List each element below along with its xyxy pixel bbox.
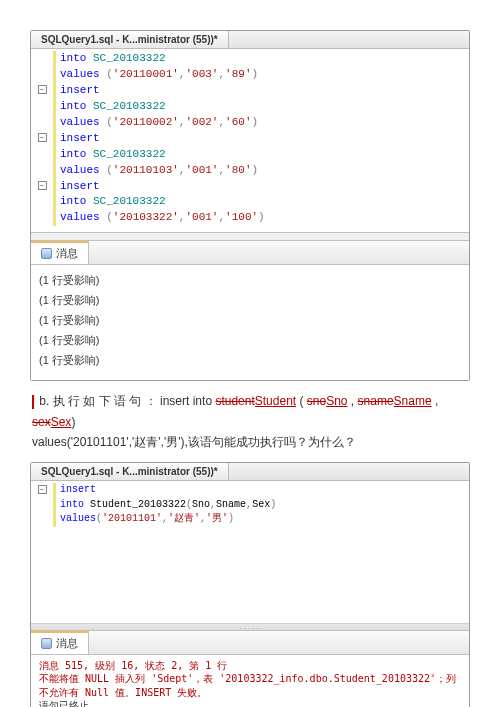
code-line: values ('20110103','001','80') xyxy=(31,163,469,179)
gutter: − xyxy=(31,484,53,497)
fold-minus-icon[interactable]: − xyxy=(38,485,47,494)
messages-pane: (1 行受影响)(1 行受影响)(1 行受影响)(1 行受影响)(1 行受影响) xyxy=(31,265,469,380)
code-editor[interactable]: into SC_20103322values ('20110001','003'… xyxy=(31,49,469,232)
code-line: values ('20110001','003','89') xyxy=(31,67,469,83)
code-line: into SC_20103322 xyxy=(31,51,469,67)
code-text: insert xyxy=(53,179,100,195)
tab-bar: SQLQuery1.sql - K...ministrator (55))* xyxy=(31,463,469,481)
qb-prefix: b. 执 行 如 下 语 句 ： insert into xyxy=(39,394,215,408)
messages-tab[interactable]: 消息 xyxy=(31,241,89,264)
gutter: − xyxy=(31,84,53,97)
code-line: −insert xyxy=(31,179,469,195)
splitter[interactable] xyxy=(31,232,469,240)
results-tab-bar: 消息 xyxy=(31,240,469,265)
strike-student: student xyxy=(215,394,254,408)
message-line: (1 行受影响) xyxy=(39,351,461,371)
messages-icon xyxy=(41,638,52,649)
fold-minus-icon[interactable]: − xyxy=(38,181,47,190)
editor-tab[interactable]: SQLQuery1.sql - K...ministrator (55))* xyxy=(31,31,229,48)
code-text: insert xyxy=(53,83,100,99)
messages-label: 消息 xyxy=(56,246,78,261)
code-text: values('20101101','赵青','男') xyxy=(53,512,234,527)
message-line: (1 行受影响) xyxy=(39,291,461,311)
splitter-grip[interactable]: ····· xyxy=(31,623,469,630)
edit-caret-icon xyxy=(32,395,34,409)
code-text: into SC_20103322 xyxy=(53,51,166,67)
code-line: values ('20103322','001','100') xyxy=(31,210,469,226)
code-text: into Student_20103322(Sno,Sname,Sex) xyxy=(53,498,276,513)
messages-pane: 消息 515, 级别 16, 状态 2, 第 1 行 不能将值 NULL 插入列… xyxy=(31,655,469,707)
editor-empty-area[interactable] xyxy=(31,533,469,623)
code-text: values ('20110002','002','60') xyxy=(53,115,258,131)
error-line: 不能将值 NULL 插入列 'Sdept'，表 '20103322_info.d… xyxy=(39,672,461,699)
strike-sno: sno xyxy=(307,394,326,408)
code-text: into SC_20103322 xyxy=(53,194,166,210)
fold-minus-icon[interactable]: − xyxy=(38,85,47,94)
code-text: insert xyxy=(53,131,100,147)
message-line: (1 行受影响) xyxy=(39,331,461,351)
code-text: into SC_20103322 xyxy=(53,147,166,163)
gutter: − xyxy=(31,180,53,193)
code-line: into Student_20103322(Sno,Sname,Sex) xyxy=(31,498,469,513)
messages-icon xyxy=(41,248,52,259)
results-tab-bar: 消息 xyxy=(31,630,469,655)
code-line: into SC_20103322 xyxy=(31,147,469,163)
code-line: −insert xyxy=(31,483,469,498)
code-text: values ('20103322','001','100') xyxy=(53,210,265,226)
document-page: SQLQuery1.sql - K...ministrator (55))* i… xyxy=(0,0,500,707)
fold-minus-icon[interactable]: − xyxy=(38,133,47,142)
gutter: − xyxy=(31,132,53,145)
code-line: values('20101101','赵青','男') xyxy=(31,512,469,527)
sql-editor-window-1: SQLQuery1.sql - K...ministrator (55))* i… xyxy=(30,30,470,381)
code-text: insert xyxy=(53,483,96,498)
error-line: 消息 515, 级别 16, 状态 2, 第 1 行 xyxy=(39,659,461,673)
code-text: into SC_20103322 xyxy=(53,99,166,115)
code-line: −insert xyxy=(31,83,469,99)
messages-label: 消息 xyxy=(56,636,78,651)
tab-bar: SQLQuery1.sql - K...ministrator (55))* xyxy=(31,31,469,49)
ins-Student: Student xyxy=(255,394,296,408)
editor-tab[interactable]: SQLQuery1.sql - K...ministrator (55))* xyxy=(31,463,229,480)
strike-sname: sname xyxy=(358,394,394,408)
code-line: values ('20110002','002','60') xyxy=(31,115,469,131)
code-line: into SC_20103322 xyxy=(31,99,469,115)
messages-tab[interactable]: 消息 xyxy=(31,631,89,654)
code-line: into SC_20103322 xyxy=(31,194,469,210)
ins-Sno: Sno xyxy=(326,394,347,408)
code-text: values ('20110103','001','80') xyxy=(53,163,258,179)
ins-Sex: Sex xyxy=(51,415,72,429)
message-line: (1 行受影响) xyxy=(39,271,461,291)
sql-editor-window-2: SQLQuery1.sql - K...ministrator (55))* −… xyxy=(30,462,470,707)
strike-sex: sex xyxy=(32,415,51,429)
question-b: b. 执 行 如 下 语 句 ： insert into studentStud… xyxy=(32,391,470,452)
message-line: (1 行受影响) xyxy=(39,311,461,331)
code-editor[interactable]: −insertinto Student_20103322(Sno,Sname,S… xyxy=(31,481,469,533)
error-line: 语句已终止。 xyxy=(39,699,461,707)
code-line: −insert xyxy=(31,131,469,147)
code-text: values ('20110001','003','89') xyxy=(53,67,258,83)
qb-line2: values('20101101','赵青','男'),该语句能成功执行吗？为什… xyxy=(32,435,356,449)
ins-Sname: Sname xyxy=(394,394,432,408)
